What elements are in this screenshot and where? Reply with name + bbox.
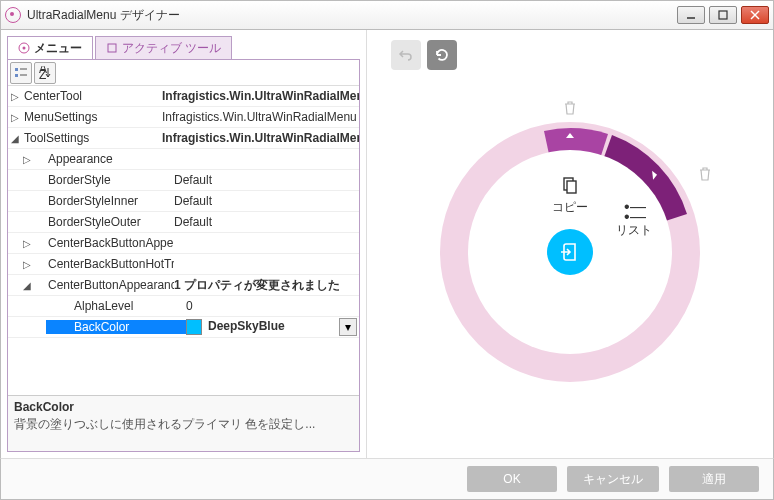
property-row[interactable]: ▷CenterToolInfragistics.Win.UltraWinRadi… [8, 86, 359, 107]
cancel-button[interactable]: キャンセル [567, 466, 659, 492]
property-value[interactable]: Default [174, 215, 359, 229]
property-row[interactable]: ▷AlphaLevel0 [8, 296, 359, 317]
property-value[interactable]: Infragistics.Win.UltraWinRadialMenu [162, 110, 359, 124]
target-icon [18, 42, 30, 54]
wedge-copy-label: コピー [552, 199, 588, 216]
property-value[interactable]: 0 [186, 299, 359, 313]
ok-button[interactable]: OK [467, 466, 557, 492]
wedge-copy[interactable]: コピー [552, 176, 588, 216]
tab-menu[interactable]: メニュー [7, 36, 93, 59]
property-name: CenterBackButtonHotTrackAppearance [34, 257, 174, 271]
property-value[interactable]: Default [174, 173, 359, 187]
tool-icon [106, 42, 118, 54]
left-panel: メニュー アクティブ ツール AZ ▷CenterToolInfragistic… [1, 30, 366, 458]
radial-center-button[interactable] [547, 229, 593, 275]
refresh-button[interactable] [427, 40, 457, 70]
expand-arrow[interactable]: ◢ [20, 280, 34, 291]
svg-rect-1 [719, 11, 727, 19]
tab-active-tool[interactable]: アクティブ ツール [95, 36, 232, 59]
property-name: BackColor [46, 320, 186, 334]
expand-arrow[interactable]: ▷ [20, 154, 34, 165]
svg-rect-6 [108, 44, 116, 52]
property-row[interactable]: ◢CenterButtonAppearance1 プロパティが変更されました [8, 275, 359, 296]
property-toolbar: AZ [8, 60, 359, 86]
svg-text:Z: Z [39, 68, 46, 80]
dialog-footer: OK キャンセル 適用 [0, 458, 774, 500]
property-name: CenterTool [22, 89, 162, 103]
preview-panel: コピー • —• — リスト [366, 30, 773, 458]
copy-icon [560, 176, 580, 196]
tab-bar: メニュー アクティブ ツール [7, 36, 360, 60]
property-name: BorderStyle [34, 173, 174, 187]
window-controls [677, 6, 769, 24]
property-name: AlphaLevel [46, 299, 186, 313]
property-row[interactable]: ▷BorderStyleDefault [8, 170, 359, 191]
expand-arrow[interactable]: ▷ [8, 91, 22, 102]
sort-az-button[interactable]: AZ [34, 62, 56, 84]
property-row[interactable]: ◢ToolSettingsInfragistics.Win.UltraWinRa… [8, 128, 359, 149]
main-content: メニュー アクティブ ツール AZ ▷CenterToolInfragistic… [0, 30, 774, 458]
property-row[interactable]: ▷Appearance [8, 149, 359, 170]
svg-rect-8 [15, 74, 18, 77]
preview-toolbar [391, 40, 457, 70]
categorize-button[interactable] [10, 62, 32, 84]
property-name: BorderStyleInner [34, 194, 174, 208]
property-row[interactable]: ▷CenterBackButtonAppearance [8, 233, 359, 254]
dropdown-button[interactable]: ▾ [339, 318, 357, 336]
color-swatch [186, 319, 202, 335]
expand-arrow[interactable]: ▷ [8, 112, 22, 123]
titlebar: UltraRadialMenu デザイナー [0, 0, 774, 30]
wedge-list-label: リスト [616, 222, 652, 239]
property-row[interactable]: ▷MenuSettingsInfragistics.Win.UltraWinRa… [8, 107, 359, 128]
maximize-button[interactable] [709, 6, 737, 24]
trash-icon[interactable] [563, 100, 577, 119]
svg-rect-14 [567, 181, 576, 193]
center-import-icon [559, 241, 581, 263]
radial-menu-preview: コピー • —• — リスト [440, 122, 700, 382]
app-icon [5, 7, 21, 23]
property-value[interactable]: Infragistics.Win.UltraWinRadialMenu [162, 89, 359, 103]
trash-icon[interactable] [698, 166, 712, 185]
property-value[interactable]: Infragistics.Win.UltraWinRadialMenu [162, 131, 359, 145]
property-row[interactable]: ▷BorderStyleInnerDefault [8, 191, 359, 212]
tab-active-tool-label: アクティブ ツール [122, 40, 221, 57]
property-name: BorderStyleOuter [34, 215, 174, 229]
property-description: BackColor 背景の塗りつぶしに使用されるプライマリ 色を設定し... [8, 395, 359, 451]
property-rows[interactable]: ▷CenterToolInfragistics.Win.UltraWinRadi… [8, 86, 359, 395]
property-name: CenterBackButtonAppearance [34, 236, 174, 250]
svg-rect-7 [15, 68, 18, 71]
desc-title: BackColor [14, 400, 353, 414]
property-name: CenterButtonAppearance [34, 278, 174, 292]
property-name: Appearance [34, 152, 174, 166]
list-icon: • —• — [616, 202, 652, 222]
property-name: ToolSettings [22, 131, 162, 145]
property-name: MenuSettings [22, 110, 162, 124]
apply-button[interactable]: 適用 [669, 466, 759, 492]
property-value[interactable]: 1 プロパティが変更されました [174, 277, 359, 294]
desc-body: 背景の塗りつぶしに使用されるプライマリ 色を設定し... [14, 416, 353, 433]
tab-menu-label: メニュー [34, 40, 82, 57]
property-row[interactable]: ▷BackColorDeepSkyBlue▾ [8, 317, 359, 338]
window-title: UltraRadialMenu デザイナー [27, 7, 677, 24]
property-row[interactable]: ▷CenterBackButtonHotTrackAppearance [8, 254, 359, 275]
property-row[interactable]: ▷BorderStyleOuterDefault [8, 212, 359, 233]
property-grid: AZ ▷CenterToolInfragistics.Win.UltraWinR… [7, 60, 360, 452]
property-value[interactable]: Default [174, 194, 359, 208]
close-button[interactable] [741, 6, 769, 24]
minimize-button[interactable] [677, 6, 705, 24]
wedge-list[interactable]: • —• — リスト [616, 202, 652, 239]
property-value[interactable]: DeepSkyBlue [186, 319, 339, 335]
svg-point-5 [23, 47, 26, 50]
expand-arrow[interactable]: ▷ [20, 259, 34, 270]
expand-arrow[interactable]: ▷ [20, 238, 34, 249]
expand-arrow[interactable]: ◢ [8, 133, 22, 144]
undo-button [391, 40, 421, 70]
